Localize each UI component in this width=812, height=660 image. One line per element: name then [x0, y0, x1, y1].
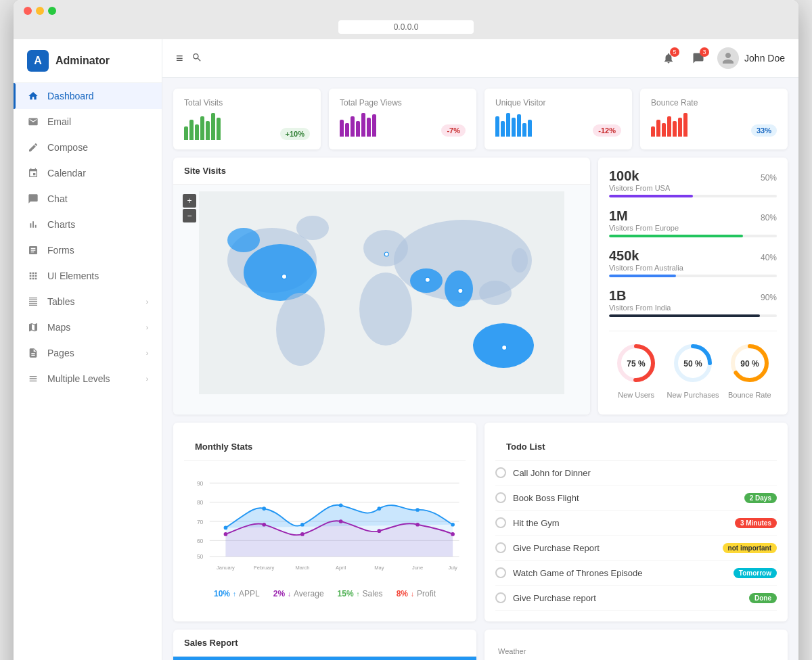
- stat-bars-2: [495, 113, 532, 137]
- user-menu[interactable]: John Doe: [717, 47, 785, 69]
- sidebar-label-multiple-levels: Multiple Levels: [47, 373, 110, 384]
- sidebar-item-maps[interactable]: Maps ›: [14, 314, 162, 340]
- todo-text-3: Give Purchase Report: [513, 543, 716, 553]
- visitor-india-pct: 90%: [761, 293, 777, 302]
- bar: [206, 121, 210, 140]
- sidebar-label-charts: Charts: [47, 219, 75, 230]
- todo-check-2[interactable]: [495, 517, 506, 528]
- stat-cards: Total Visits +10%: [173, 89, 788, 149]
- line-chart-svg: 90 80 70 60 50 January February March Ap…: [184, 467, 466, 575]
- svg-text:June: June: [412, 565, 423, 571]
- search-button[interactable]: [191, 52, 202, 65]
- sidebar-item-ui-elements[interactable]: UI Elements: [14, 263, 162, 289]
- svg-point-51: [451, 523, 455, 527]
- svg-point-52: [224, 532, 228, 536]
- sales-card: Sales Report November 2017 Sales Report …: [173, 630, 476, 660]
- sidebar-item-charts[interactable]: Charts: [14, 212, 162, 237]
- bar: [683, 113, 687, 137]
- weather-title: Weather: [498, 647, 546, 655]
- legend-average: 2% ↓ Average: [273, 589, 324, 598]
- todo-check-4[interactable]: [495, 567, 506, 578]
- monthly-stats-card: Monthly Stats 90 80: [173, 423, 476, 621]
- svg-point-53: [262, 523, 266, 527]
- donut-row: 75 % New Users 50 % New Purchas: [609, 331, 777, 399]
- sidebar-nav: Dashboard Email Compose: [14, 83, 162, 392]
- map-zoom-out[interactable]: −: [183, 209, 196, 222]
- sidebar-item-tables[interactable]: Tables ›: [14, 289, 162, 314]
- cloud-icon: [616, 649, 656, 661]
- sidebar-item-pages[interactable]: Pages ›: [14, 340, 162, 366]
- levels-icon: [27, 373, 39, 385]
- bar: [184, 126, 188, 140]
- visitor-australia: 450k 40% Visitors From Australia: [609, 248, 777, 277]
- close-dot[interactable]: [24, 7, 32, 15]
- todo-check-3[interactable]: [495, 542, 506, 553]
- svg-point-56: [378, 529, 382, 533]
- legend-appl-label: APPL: [239, 589, 260, 598]
- todo-check-1[interactable]: [495, 492, 506, 503]
- maximize-dot[interactable]: [48, 7, 56, 15]
- sidebar-label-compose: Compose: [47, 142, 88, 153]
- svg-point-57: [415, 523, 420, 527]
- donut-label-bounce-rate: Bounce Rate: [728, 391, 771, 399]
- chat-icon: [27, 193, 39, 205]
- svg-point-47: [300, 523, 304, 527]
- stat-title-1: Total Page Views: [340, 98, 466, 108]
- compose-icon: [27, 141, 39, 154]
- visitor-usa-label: Visitors From USA: [609, 184, 777, 192]
- donut-label-new-purchases: New Purchases: [667, 391, 719, 399]
- visitor-stats: 100k 50% Visitors From USA 1M 80% Visi: [598, 158, 788, 415]
- todo-item-4: Watch Game of Thrones Episode Tomorrow: [495, 561, 777, 586]
- todo-badge-4: Tomorrow: [734, 568, 777, 578]
- sidebar-item-email[interactable]: Email: [14, 109, 162, 135]
- visitor-usa-bar: [609, 195, 693, 197]
- sidebar-item-multiple-levels[interactable]: Multiple Levels ›: [14, 366, 162, 392]
- forms-icon: [27, 244, 39, 256]
- weather-card: Weather 32°F Partly Clouds: [484, 630, 788, 660]
- legend-avg-dir: ↓: [288, 590, 291, 598]
- todo-badge-3: not important: [723, 543, 777, 553]
- todo-item-0: Call John for Dinner: [495, 461, 777, 486]
- sidebar-label-dashboard: Dashboard: [47, 91, 94, 101]
- menu-button[interactable]: ≡: [176, 51, 183, 66]
- mid-section: Site Visits + −: [173, 158, 788, 415]
- sidebar-item-chat[interactable]: Chat: [14, 186, 162, 212]
- sidebar-item-forms[interactable]: Forms: [14, 237, 162, 263]
- legend-sales-dir: ↑: [357, 590, 360, 598]
- donut-svg-bounce-rate: 90 %: [726, 339, 773, 387]
- svg-text:March: March: [295, 565, 309, 571]
- bar: [195, 124, 199, 140]
- map-title: Site Visits: [173, 158, 590, 185]
- minimize-dot[interactable]: [36, 7, 44, 15]
- todo-check-0[interactable]: [495, 467, 506, 478]
- todo-check-5[interactable]: [495, 592, 506, 603]
- sidebar-item-calendar[interactable]: Calendar: [14, 160, 162, 186]
- bar: [211, 113, 215, 140]
- sidebar-label-calendar: Calendar: [47, 168, 86, 179]
- visitor-australia-bar: [609, 275, 676, 277]
- stat-bars-1: [340, 113, 376, 137]
- donut-svg-new-purchases: 50 %: [669, 339, 717, 387]
- svg-text:50: 50: [197, 553, 204, 560]
- svg-point-58: [451, 532, 455, 536]
- stat-badge-3: 33%: [751, 124, 777, 137]
- svg-text:April: April: [336, 565, 346, 571]
- visitor-europe: 1M 80% Visitors From Europe: [609, 208, 777, 237]
- brand-name: Adminator: [55, 55, 110, 67]
- message-notification[interactable]: 3: [687, 47, 709, 69]
- todo-badge-5: Done: [749, 593, 777, 603]
- visitor-australia-label: Visitors From Australia: [609, 264, 777, 272]
- map-card: Site Visits + −: [173, 158, 590, 415]
- bell-notification[interactable]: 5: [658, 47, 679, 69]
- url-bar[interactable]: 0.0.0.0: [338, 20, 474, 34]
- sidebar-label-pages: Pages: [47, 348, 74, 358]
- sidebar-item-dashboard[interactable]: Dashboard: [14, 83, 162, 109]
- map-zoom-in[interactable]: +: [183, 194, 196, 208]
- svg-point-13: [479, 281, 512, 305]
- sidebar-item-compose[interactable]: Compose: [14, 135, 162, 160]
- bar: [506, 113, 510, 137]
- svg-text:75 %: 75 %: [627, 359, 646, 369]
- stat-card-bounce-rate: Bounce Rate 33%: [640, 89, 788, 149]
- sidebar-label-forms: Forms: [47, 245, 74, 256]
- bar: [673, 121, 677, 137]
